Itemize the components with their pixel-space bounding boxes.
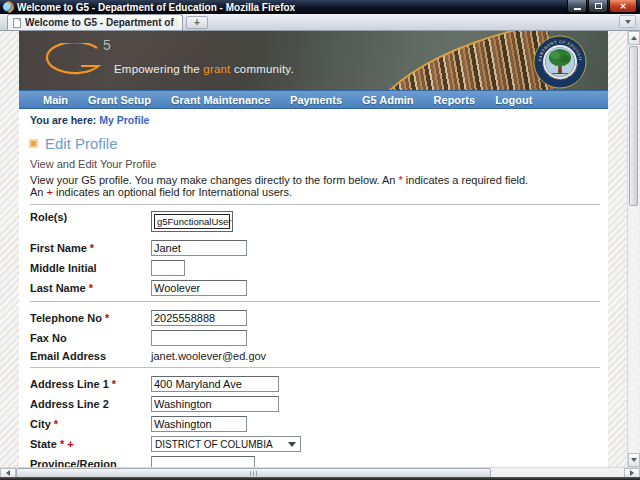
- form-row-address2: Address Line 2: [30, 396, 600, 412]
- form-row-first-name: First Name*: [30, 240, 600, 256]
- page-subtitle: View and Edit Your Profile: [30, 158, 600, 170]
- nav-item-main[interactable]: Main: [33, 94, 78, 106]
- close-button[interactable]: ✕: [609, 0, 637, 13]
- fax-input[interactable]: [151, 330, 247, 346]
- email-address-value: janet.woolever@ed.gov: [151, 350, 266, 362]
- state-select[interactable]: DISTRICT OF COLUMBIA: [151, 436, 301, 452]
- restore-icon: [595, 3, 602, 9]
- arrow-down-icon: [631, 458, 637, 462]
- last-name-input[interactable]: [151, 280, 247, 296]
- chevron-down-icon: [625, 20, 631, 24]
- form-row-last-name: Last Name*: [30, 280, 600, 296]
- section-divider: [30, 367, 600, 368]
- form-row-telephone: Telephone No*: [30, 310, 600, 326]
- field-label: Role(s): [30, 211, 151, 223]
- browser-window: Welcome to G5 - Department of Education …: [0, 0, 640, 480]
- field-label: State* +: [30, 438, 151, 450]
- section-divider: [30, 204, 600, 205]
- window-title: Welcome to G5 - Department of Education …: [17, 2, 295, 13]
- field-label: City*: [30, 418, 151, 430]
- tab-bar: Welcome to G5 - Department of Edu... +: [0, 14, 640, 31]
- bookshelf-image: [349, 31, 554, 90]
- edit-profile-form: Role(s) g5FunctionalUser First Name* Mid…: [30, 211, 600, 472]
- page-description: View your G5 profile. You may make chang…: [30, 174, 600, 198]
- address-line2-input[interactable]: [151, 396, 279, 412]
- form-row-roles: Role(s) g5FunctionalUser: [30, 211, 600, 232]
- window-titlebar: Welcome to G5 - Department of Education …: [0, 0, 640, 14]
- arrow-right-icon: [630, 470, 634, 476]
- chevron-down-icon: [288, 442, 296, 447]
- form-row-city: City*: [30, 416, 600, 432]
- g5-logo-icon: [39, 43, 111, 79]
- middle-initial-input[interactable]: [151, 260, 185, 276]
- restore-button[interactable]: [588, 0, 608, 13]
- field-label: Address Line 1*: [30, 378, 151, 390]
- horizontal-scrollbar[interactable]: [0, 467, 640, 477]
- city-input[interactable]: [151, 416, 247, 432]
- tab-list-button[interactable]: [619, 15, 636, 28]
- field-label: Telephone No*: [30, 312, 151, 324]
- page-title: Edit Profile: [45, 135, 118, 152]
- field-label: Email Address: [30, 350, 151, 362]
- close-icon: ✕: [620, 2, 627, 11]
- nav-item-payments[interactable]: Payments: [280, 94, 352, 106]
- scroll-down-button[interactable]: [628, 453, 640, 467]
- nav-item-reports[interactable]: Reports: [424, 94, 486, 106]
- main-navbar: Main Grant Setup Grant Maintenance Payme…: [19, 90, 608, 109]
- breadcrumb-my-profile-link[interactable]: My Profile: [99, 114, 149, 126]
- g5-banner: 5 Empowering the grant community. DEPART…: [19, 31, 608, 90]
- first-name-input[interactable]: [151, 240, 247, 256]
- section-divider: [30, 301, 600, 302]
- arrow-up-icon: [631, 36, 637, 40]
- nav-item-grant-setup[interactable]: Grant Setup: [78, 94, 161, 106]
- field-label: Address Line 2: [30, 398, 151, 410]
- scrollbar-grip-icon: [250, 471, 257, 476]
- firefox-icon: [3, 2, 13, 12]
- page-icon: [13, 18, 21, 28]
- nav-item-grant-maintenance[interactable]: Grant Maintenance: [161, 94, 280, 106]
- new-tab-button[interactable]: +: [186, 16, 208, 29]
- form-row-fax: Fax No: [30, 330, 600, 346]
- tab-label: Welcome to G5 - Department of Edu...: [25, 17, 177, 28]
- bullet-icon: [30, 140, 37, 147]
- nav-item-g5-admin[interactable]: G5 Admin: [352, 94, 424, 106]
- minimize-button[interactable]: [567, 0, 587, 13]
- vertical-scrollbar[interactable]: [627, 31, 639, 467]
- field-label: Fax No: [30, 332, 151, 344]
- nav-item-logout[interactable]: Logout: [485, 94, 542, 106]
- form-row-email: Email Address janet.woolever@ed.gov: [30, 350, 600, 362]
- minimize-icon: [574, 8, 581, 10]
- window-controls: ✕: [566, 0, 637, 13]
- field-label: Middle Initial: [30, 262, 151, 274]
- page-content: 5 Empowering the grant community. DEPART…: [19, 31, 608, 477]
- page-viewport: 5 Empowering the grant community. DEPART…: [0, 31, 640, 477]
- banner-tagline: Empowering the grant community.: [114, 63, 294, 75]
- form-row-address1: Address Line 1*: [30, 376, 600, 392]
- form-row-state: State* + DISTRICT OF COLUMBIA: [30, 436, 600, 452]
- g5-logo-exponent: 5: [103, 37, 111, 53]
- telephone-input[interactable]: [151, 310, 247, 326]
- main-content: You are here: My Profile Edit Profile Vi…: [19, 109, 608, 472]
- breadcrumb: You are here: My Profile: [30, 114, 600, 126]
- arrow-left-icon: [6, 470, 10, 476]
- scroll-up-button[interactable]: [628, 31, 640, 45]
- field-label: Last Name*: [30, 282, 151, 294]
- roles-option[interactable]: g5FunctionalUser: [154, 214, 230, 229]
- field-label: First Name*: [30, 242, 151, 254]
- address-line1-input[interactable]: [151, 376, 279, 392]
- form-row-middle-initial: Middle Initial: [30, 260, 600, 276]
- state-select-value: DISTRICT OF COLUMBIA: [155, 439, 273, 450]
- tab-welcome-g5[interactable]: Welcome to G5 - Department of Edu...: [7, 14, 183, 30]
- vertical-scrollbar-thumb[interactable]: [629, 46, 638, 206]
- roles-listbox[interactable]: g5FunctionalUser: [151, 211, 233, 232]
- department-of-education-seal-icon: DEPARTMENT OF EDUCATION UNITED STATES OF…: [533, 35, 587, 89]
